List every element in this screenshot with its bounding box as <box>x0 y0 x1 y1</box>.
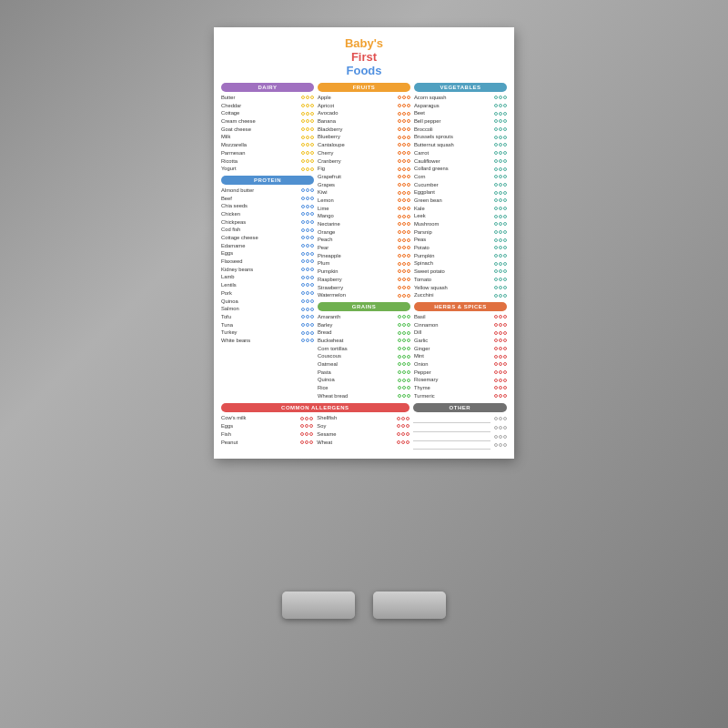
grains-header: GRAINS <box>318 302 410 311</box>
fruits-header: FRUITS <box>318 83 410 92</box>
title-foods: Foods <box>221 64 507 77</box>
title-babys: Baby's <box>221 36 507 50</box>
dairy-header: DAIRY <box>221 83 314 92</box>
fruits-list: Apple Apricot Avocado Banana Blackberry … <box>318 94 410 299</box>
dairy-list: Butter Cheddar Cottage Cream cheese Goat… <box>221 94 314 173</box>
allergens-section: COMMON ALLERGENS Cow's milk Eggs Fish Pe… <box>221 403 507 450</box>
other-header: OTHER <box>413 403 507 412</box>
baby-food-poster: Baby's First Foods DAIRY Butter Cheddar … <box>214 27 514 459</box>
vegetables-header: VEGETABLES <box>414 83 507 92</box>
herbs-header: HERBS & SPICES <box>414 302 507 311</box>
col-3: VEGETABLES Acorn squash Asparagus Beet B… <box>414 83 507 399</box>
herbs-list: Basil Cinnamon Dill Garlic Ginger Mint O… <box>414 313 507 400</box>
fridge-handle-left <box>282 592 355 619</box>
allergens-grid: Cow's milk Eggs Fish Peanut Shellfish So… <box>221 414 410 446</box>
fridge-handles <box>282 592 446 619</box>
fridge-background: Baby's First Foods DAIRY Butter Cheddar … <box>0 0 728 728</box>
main-grid: DAIRY Butter Cheddar Cottage Cream chees… <box>221 83 507 399</box>
title-first: First <box>221 50 507 64</box>
fridge-handle-right <box>373 592 446 619</box>
allergens-header: COMMON ALLERGENS <box>221 403 410 412</box>
grains-list: Amaranth Barley Bread Buckwheat Corn tor… <box>318 313 410 400</box>
protein-header: PROTEIN <box>221 176 314 185</box>
col-1: DAIRY Butter Cheddar Cottage Cream chees… <box>221 83 314 399</box>
col-2: FRUITS Apple Apricot Avocado Banana Blac… <box>318 83 410 399</box>
poster-title: Baby's First Foods <box>221 36 507 77</box>
vegetables-list: Acorn squash Asparagus Beet Bell pepper … <box>414 94 507 299</box>
other-list <box>413 414 507 450</box>
protein-list: Almond butter Beef Chia seeds Chicken Ch… <box>221 187 314 345</box>
